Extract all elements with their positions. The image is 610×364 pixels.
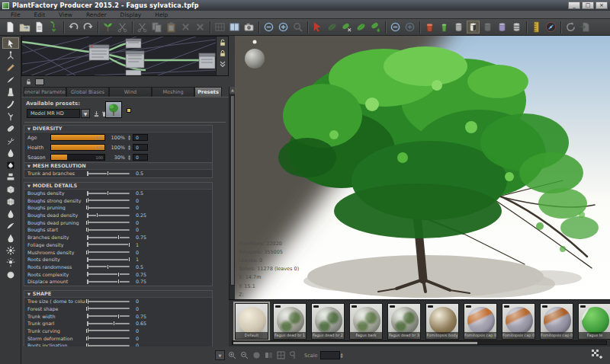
spinner-arrows-icon[interactable]: ▲▼	[127, 145, 131, 150]
knife-tool-icon[interactable]	[2, 74, 19, 85]
material-thumb-fagus-dead-br-2[interactable]: Fagus dead br 2	[311, 303, 345, 340]
material-bucket-green-icon[interactable]	[438, 21, 451, 34]
slider-handle[interactable]	[85, 306, 88, 311]
leaf-gray-icon[interactable]	[326, 21, 339, 34]
save-file-icon[interactable]	[33, 21, 46, 34]
menu-file[interactable]: File	[5, 11, 27, 18]
preset-color-chip[interactable]	[127, 108, 131, 113]
material-thumb-default[interactable]: Default	[235, 303, 268, 340]
grid-toggle-icon[interactable]	[214, 21, 226, 34]
export-icon[interactable]	[579, 21, 592, 34]
slider-handle[interactable]	[117, 279, 120, 284]
slider-track[interactable]	[87, 337, 130, 339]
spin-value-input[interactable]: 0	[133, 154, 148, 161]
slider-track[interactable]	[87, 193, 130, 194]
tab-wind[interactable]: Wind	[109, 87, 152, 97]
spinner-arrows-icon[interactable]: ▲▼	[127, 135, 131, 140]
slider-track[interactable]	[87, 323, 130, 324]
material-thumb-fomitopsis-cap-03[interactable]: Fomitopsis cap 03	[540, 303, 573, 340]
orbit-minus-icon[interactable]	[389, 21, 402, 34]
slider-track[interactable]	[87, 266, 130, 267]
title-bar[interactable]: PlantFactory Producer 2015.2 - Fagus syl…	[0, 0, 610, 11]
burst-tool-icon[interactable]	[2, 244, 19, 256]
tab-global-biases[interactable]: Global Biases	[66, 87, 109, 97]
leaf-cut-icon[interactable]	[340, 21, 353, 34]
bud-tool-icon[interactable]	[2, 208, 19, 219]
diversity-header[interactable]: ▼DIVERSITY	[24, 126, 212, 133]
section-header[interactable]: ▼MESH RESOLUTION	[24, 163, 212, 170]
cut-node-icon[interactable]	[116, 21, 129, 34]
new-file-icon[interactable]	[4, 21, 17, 34]
material-thumb-fomitopsis-body[interactable]: Fomitopsis body	[425, 303, 459, 340]
preset-dropdown-arrow-icon[interactable]: ▼	[81, 109, 90, 118]
open-file-icon[interactable]	[18, 21, 31, 34]
fruit-tool-icon[interactable]	[2, 147, 19, 158]
minimize-button[interactable]: _	[568, 2, 580, 9]
preset-thumbnail[interactable]	[105, 101, 122, 118]
joint-tool-icon[interactable]	[2, 49, 19, 61]
slider-track[interactable]	[87, 315, 130, 317]
material-thumb-fagus-dead-br-1[interactable]: Fagus dead br 1	[273, 303, 307, 340]
slider-track[interactable]	[87, 200, 130, 201]
split-view-icon[interactable]	[228, 21, 241, 34]
sphere-tool-icon[interactable]	[2, 269, 19, 280]
add-texture-icon[interactable]	[591, 349, 602, 360]
material-thumb-fomitopsis-cap-01[interactable]: Fomitopsis cap 01	[464, 303, 497, 340]
delete-all-icon[interactable]	[194, 21, 207, 34]
restore-button[interactable]: □	[582, 2, 594, 9]
slider-track[interactable]	[87, 251, 130, 253]
copy-icon[interactable]	[150, 21, 163, 34]
slider-track[interactable]	[87, 229, 130, 231]
slider-handle[interactable]	[107, 190, 109, 196]
menu-help[interactable]: Help	[149, 11, 174, 18]
bones-dim-icon[interactable]	[481, 21, 494, 34]
leaf-drop-icon[interactable]	[369, 21, 382, 34]
mesh-tool-icon[interactable]	[2, 196, 19, 207]
sub-branch-tool-icon[interactable]	[2, 135, 19, 146]
slider-handle[interactable]	[128, 257, 130, 262]
tab-meshing[interactable]: Meshing	[152, 87, 194, 97]
slider-handle[interactable]	[85, 198, 88, 203]
sphere-icon[interactable]	[252, 350, 262, 360]
material-thumb-fagus-dead-br-3[interactable]: Fagus dead br 3	[387, 303, 421, 340]
redo-icon[interactable]	[82, 21, 95, 34]
slider-track[interactable]	[87, 244, 130, 245]
leaf-edit-icon[interactable]	[355, 21, 368, 34]
paragraph-icon[interactable]	[288, 350, 298, 360]
zoom-in-icon[interactable]	[227, 350, 237, 360]
slider-track[interactable]	[87, 301, 130, 302]
zoom-out-icon[interactable]	[239, 350, 249, 360]
zoom-in-node-icon[interactable]	[277, 21, 290, 34]
link-lock-icon[interactable]	[25, 78, 32, 85]
slider-track[interactable]	[87, 308, 130, 309]
thumb-large-icon[interactable]	[276, 350, 286, 360]
slider-handle[interactable]	[117, 272, 120, 277]
slider-handle[interactable]	[85, 227, 88, 232]
menu-edit[interactable]: Edit	[28, 11, 52, 18]
percent-bar[interactable]: 100	[50, 154, 105, 161]
slider-handle[interactable]	[107, 264, 109, 270]
select-tool-icon[interactable]	[2, 37, 19, 49]
menu-view[interactable]: View	[53, 11, 79, 18]
color-swatch[interactable]	[35, 78, 44, 85]
refresh-icon[interactable]	[564, 21, 577, 34]
leaf-tool-icon[interactable]	[2, 123, 19, 134]
spin-value-input[interactable]: 0	[133, 144, 148, 151]
material-bucket-red-icon[interactable]	[423, 21, 436, 34]
slider-handle[interactable]	[117, 235, 120, 240]
scale-input[interactable]	[320, 351, 340, 359]
bones-open-icon[interactable]	[467, 21, 480, 34]
bones-striped-icon[interactable]	[510, 21, 523, 34]
slider-track[interactable]	[87, 215, 130, 216]
unlock-icon[interactable]	[218, 38, 227, 47]
viewport-3d[interactable]: Primitives: 22020Polygons: 355005Leaves:…	[235, 36, 610, 299]
slider-track[interactable]	[87, 259, 130, 260]
cube-tool-icon[interactable]	[2, 184, 19, 195]
material-thumb-fomitopsis-cap-02[interactable]: Fomitopsis cap 02	[502, 303, 535, 340]
tab-general-parameters[interactable]: General Parameters	[24, 87, 66, 97]
cut-icon[interactable]	[136, 21, 149, 34]
slider-handle[interactable]	[85, 205, 88, 210]
slider-handle[interactable]	[113, 321, 115, 326]
node-graph-panel[interactable]	[21, 36, 229, 76]
thumb-small-icon[interactable]	[264, 350, 274, 360]
